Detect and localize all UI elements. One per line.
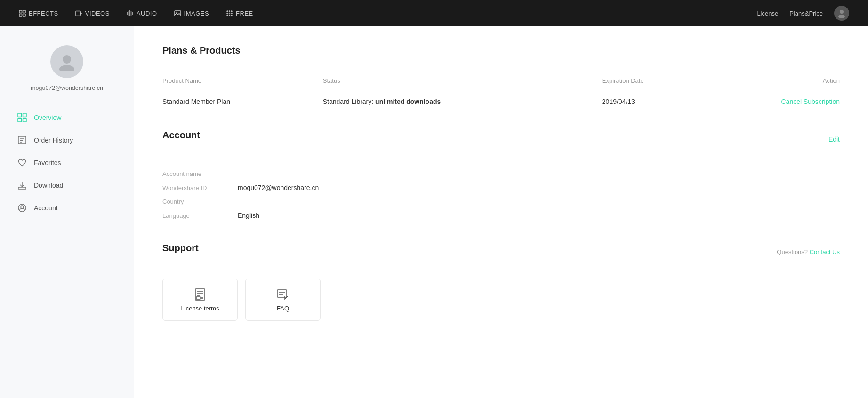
nav-effects[interactable]: EFFECTS <box>19 10 58 17</box>
account-divider <box>162 156 840 156</box>
user-email: mogu072@wondershare.cn <box>31 85 103 91</box>
svg-rect-34 <box>18 187 26 189</box>
plans-section: Plans & Products Product Name Status Exp… <box>162 45 840 111</box>
license-terms-label: License terms <box>181 305 219 312</box>
svg-rect-45 <box>277 290 287 297</box>
questions-prefix: Questions? <box>777 248 809 255</box>
sidebar-item-order-history[interactable]: Order History <box>0 129 134 151</box>
audio-icon <box>127 10 134 17</box>
sidebar-menu: Overview Order History <box>0 106 134 219</box>
plans-divider <box>162 64 840 64</box>
faq-label: FAQ <box>277 305 289 312</box>
nav-right: License Plans&Price <box>757 6 849 21</box>
nav-audio[interactable]: AUDIO <box>127 10 157 17</box>
license-link[interactable]: License <box>757 10 778 17</box>
field-label: Account name <box>162 170 238 177</box>
field-label: Language <box>162 212 238 219</box>
license-terms-icon <box>193 288 207 301</box>
svg-rect-42 <box>196 297 200 299</box>
svg-point-24 <box>63 55 71 64</box>
col-action: Action <box>701 73 840 92</box>
plans-price-link[interactable]: Plans&Price <box>789 10 823 17</box>
user-avatar[interactable] <box>834 6 849 21</box>
contact-us-link[interactable]: Contact Us <box>810 248 840 255</box>
edit-button[interactable]: Edit <box>828 135 840 143</box>
svg-rect-26 <box>18 113 22 117</box>
license-terms-card[interactable]: License terms <box>162 279 238 321</box>
sidebar-item-order-history-label: Order History <box>34 136 73 144</box>
svg-point-14 <box>229 11 230 12</box>
field-value: mogu072@wondershare.cn <box>238 184 319 191</box>
effects-label: EFFECTS <box>29 10 58 17</box>
support-cards: License terms FAQ <box>162 279 840 321</box>
svg-rect-3 <box>23 14 26 16</box>
support-question: Questions? Contact Us <box>777 248 840 255</box>
svg-rect-2 <box>19 14 22 16</box>
sidebar-item-overview[interactable]: Overview <box>0 106 134 129</box>
field-label: Country <box>162 198 238 205</box>
svg-rect-11 <box>175 11 181 16</box>
svg-rect-0 <box>19 10 22 13</box>
svg-point-20 <box>229 15 230 16</box>
svg-point-21 <box>231 15 232 16</box>
free-label: FREE <box>236 10 253 17</box>
svg-point-37 <box>21 206 24 208</box>
col-product-name: Product Name <box>162 73 323 92</box>
cancel-subscription-link[interactable]: Cancel Subscription <box>781 98 840 105</box>
col-status: Status <box>323 73 602 92</box>
table-row: Standard Member Plan Standard Library: u… <box>162 92 840 111</box>
account-field: Account name <box>162 170 840 177</box>
sidebar-item-overview-label: Overview <box>34 114 61 121</box>
audio-label: AUDIO <box>137 10 157 17</box>
sidebar-item-favorites[interactable]: Favorites <box>0 151 134 174</box>
account-title: Account <box>162 130 200 141</box>
svg-rect-28 <box>18 119 22 122</box>
videos-icon <box>75 10 82 17</box>
svg-point-13 <box>227 11 228 12</box>
account-section: Account Edit Account name Wondershare ID… <box>162 130 840 224</box>
svg-rect-4 <box>76 11 80 16</box>
top-navigation: EFFECTS VIDEOS AUDIO <box>0 0 868 26</box>
account-field: Wondershare ID mogu072@wondershare.cn <box>162 184 840 191</box>
status-cell: Standard Library: unlimited downloads <box>323 92 602 111</box>
sidebar: mogu072@wondershare.cn Overview <box>0 26 134 398</box>
support-section: Support Questions? Contact Us <box>162 243 840 321</box>
favorites-icon <box>17 158 27 167</box>
videos-label: VIDEOS <box>85 10 110 17</box>
nav-links: EFFECTS VIDEOS AUDIO <box>19 10 253 17</box>
account-header: Account Edit <box>162 130 840 148</box>
action-cell: Cancel Subscription <box>701 92 840 111</box>
download-icon <box>17 181 27 190</box>
faq-icon <box>276 288 289 301</box>
svg-point-23 <box>838 15 845 18</box>
support-title: Support <box>162 243 199 254</box>
svg-point-25 <box>59 65 74 71</box>
svg-point-17 <box>229 13 230 14</box>
field-value: English <box>238 212 259 219</box>
nav-free[interactable]: FREE <box>226 10 253 17</box>
account-icon <box>17 203 27 213</box>
nav-images[interactable]: IMAGES <box>174 10 209 17</box>
svg-point-22 <box>840 10 844 14</box>
account-field: Country <box>162 198 840 205</box>
expiration-date-cell: 2019/04/13 <box>602 92 701 111</box>
page-layout: mogu072@wondershare.cn Overview <box>0 26 868 398</box>
faq-card[interactable]: FAQ <box>245 279 321 321</box>
svg-point-16 <box>227 13 228 14</box>
plans-title: Plans & Products <box>162 45 840 56</box>
images-icon <box>174 10 181 17</box>
svg-point-15 <box>231 11 232 12</box>
sidebar-item-download[interactable]: Download <box>0 174 134 197</box>
order-history-icon <box>17 135 27 145</box>
sidebar-item-download-label: Download <box>34 182 63 189</box>
sidebar-item-account[interactable]: Account <box>0 197 134 219</box>
col-expiration: Expiration Date <box>602 73 701 92</box>
nav-videos[interactable]: VIDEOS <box>75 10 110 17</box>
svg-rect-1 <box>23 10 26 13</box>
svg-point-19 <box>227 15 228 16</box>
sidebar-item-favorites-label: Favorites <box>34 159 61 167</box>
effects-icon <box>19 10 26 17</box>
svg-marker-5 <box>80 12 82 15</box>
support-divider <box>162 269 840 269</box>
sidebar-item-account-label: Account <box>34 204 58 212</box>
